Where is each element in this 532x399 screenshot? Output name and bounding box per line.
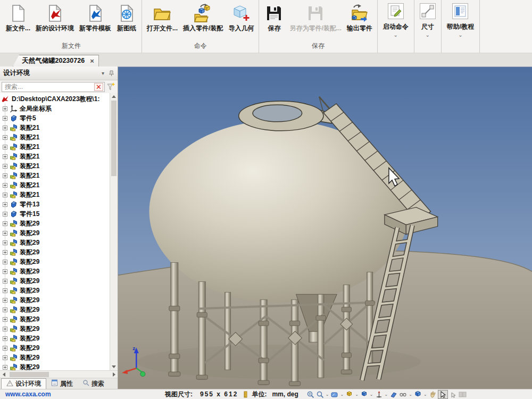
tree-item[interactable]: 装配21 <box>0 190 110 200</box>
panel-dropdown-icon[interactable]: ▾ <box>102 70 104 76</box>
select-arrow-icon[interactable] <box>438 390 448 399</box>
clip-plane-icon[interactable] <box>389 390 398 398</box>
move-orient-icon[interactable] <box>375 390 384 398</box>
tree-item[interactable]: 装配29 <box>0 257 110 267</box>
tree-item[interactable]: 装配21 <box>0 132 110 142</box>
perspective-icon[interactable] <box>398 390 408 398</box>
chevron-down-icon[interactable]: ⌄ <box>409 392 412 397</box>
tree-item[interactable]: 装配29 <box>0 305 110 314</box>
tree-item[interactable]: 装配21 <box>0 161 110 171</box>
caxa-website-link[interactable]: www.caxa.com <box>5 390 104 398</box>
chevron-down-icon[interactable]: ⌄ <box>426 32 430 38</box>
vertical-scroll-thumb[interactable] <box>111 101 117 176</box>
view-orientation-icon[interactable] <box>345 390 354 398</box>
expand-plus-icon[interactable] <box>3 327 7 331</box>
help-tutorial-dropdown-button[interactable]: 帮助/教程⌄ <box>442 0 480 53</box>
tree-item[interactable]: 装配29 <box>0 238 110 247</box>
clear-search-icon[interactable]: ✕ <box>94 83 103 91</box>
panel-tab-design-env[interactable]: 设计环境 <box>1 378 46 389</box>
expand-plus-icon[interactable] <box>3 269 7 274</box>
horizontal-scroll-thumb[interactable] <box>10 372 49 377</box>
render-style-icon[interactable] <box>360 390 369 398</box>
tree-item[interactable]: 装配29 <box>0 247 110 257</box>
tree-item[interactable]: 装配29 <box>0 276 110 286</box>
tree-item[interactable]: 装配29 <box>0 219 110 228</box>
expand-plus-icon[interactable] <box>3 212 7 217</box>
expand-plus-icon[interactable] <box>3 202 7 207</box>
expand-plus-icon[interactable] <box>3 346 7 351</box>
tree-item[interactable]: 装配29 <box>0 295 110 305</box>
scroll-down-icon[interactable] <box>110 363 118 370</box>
zoom-in-icon[interactable] <box>306 390 315 398</box>
expand-plus-icon[interactable] <box>3 183 7 188</box>
expand-plus-icon[interactable] <box>3 336 7 341</box>
expand-plus-icon[interactable] <box>3 365 7 370</box>
expand-plus-icon[interactable] <box>3 145 7 149</box>
expand-plus-icon[interactable] <box>3 307 7 312</box>
new-drawing-button[interactable]: 新图纸 <box>114 1 139 33</box>
tree-item[interactable]: 装配21 <box>0 152 110 161</box>
expand-plus-icon[interactable] <box>3 135 7 140</box>
close-tab-icon[interactable]: × <box>90 57 94 65</box>
panel-tab-search[interactable]: 搜索 <box>78 378 109 389</box>
dimension-dropdown-button[interactable]: 尺寸⌄ <box>414 0 442 53</box>
tree-horizontal-scrollbar[interactable] <box>0 371 118 378</box>
launch-command-dropdown-button[interactable]: 启动命令⌄ <box>378 0 414 53</box>
import-geometry-button[interactable]: 导入几何 <box>226 1 256 33</box>
scroll-right-icon[interactable] <box>110 372 118 377</box>
tree-item[interactable]: 装配29 <box>0 353 110 362</box>
chevron-down-icon[interactable]: ⌄ <box>385 392 388 397</box>
insert-part-button[interactable]: 插入零件/装配 <box>180 1 226 33</box>
tree-root-item[interactable]: D:\Desktop\CAXA2023教程\1: <box>0 94 110 104</box>
display-mode-icon[interactable] <box>330 390 339 398</box>
expand-plus-icon[interactable] <box>3 250 7 255</box>
tree-item[interactable]: 装配29 <box>0 324 110 334</box>
expand-plus-icon[interactable] <box>3 116 7 121</box>
tree-item[interactable]: 装配29 <box>0 314 110 324</box>
expand-plus-icon[interactable] <box>3 260 7 264</box>
tree-item[interactable]: 装配21 <box>0 171 110 180</box>
panel-tab-properties[interactable]: 属性 <box>46 378 78 389</box>
expand-plus-icon[interactable] <box>3 193 7 197</box>
chevron-down-icon[interactable]: ⌄ <box>340 392 344 397</box>
tree-item[interactable]: 装配29 <box>0 362 110 371</box>
expand-plus-icon[interactable] <box>3 231 7 236</box>
expand-plus-icon[interactable] <box>3 288 7 293</box>
scroll-left-icon[interactable] <box>0 372 7 377</box>
tree-item[interactable]: 装配29 <box>0 286 110 295</box>
tree-item[interactable]: 装配21 <box>0 123 110 132</box>
new-file-button[interactable]: 新文件... <box>3 1 33 33</box>
viewport-3d[interactable]: z <box>118 66 532 389</box>
tree-item[interactable]: 全局坐标系 <box>0 104 110 113</box>
filter-icon[interactable] <box>106 82 116 92</box>
expand-plus-icon[interactable] <box>3 240 7 245</box>
tree-item[interactable]: 装配29 <box>0 334 110 343</box>
tree-item[interactable]: 零件5 <box>0 113 110 123</box>
expand-plus-icon[interactable] <box>3 355 7 360</box>
tree-item[interactable]: 零件13 <box>0 200 110 209</box>
pan-icon[interactable] <box>428 390 437 398</box>
pin-icon[interactable] <box>109 70 114 77</box>
expand-plus-icon[interactable] <box>3 164 7 169</box>
zoom-window-icon[interactable] <box>315 390 325 398</box>
export-part-button[interactable]: 输出零件 <box>344 1 375 33</box>
tree-item[interactable]: 装配29 <box>0 228 110 238</box>
tree-item[interactable]: 零件15 <box>0 209 110 219</box>
chevron-down-icon[interactable]: ⌄ <box>423 392 427 397</box>
save-button[interactable]: 保存 <box>261 1 287 33</box>
expand-plus-icon[interactable] <box>3 221 7 226</box>
expand-plus-icon[interactable] <box>3 173 7 178</box>
pick-arrow-icon[interactable] <box>448 390 458 398</box>
chevron-down-icon[interactable]: ⌄ <box>394 32 398 38</box>
search-input[interactable]: 搜索... ✕ <box>2 82 105 92</box>
document-tab[interactable]: 天然气储罐20230726 × <box>13 55 99 66</box>
tree-item[interactable]: 装配29 <box>0 267 110 276</box>
new-part-template-button[interactable]: 新零件模板 <box>77 1 114 33</box>
open-file-button[interactable]: 打开文件... <box>144 1 180 33</box>
tree-item[interactable]: 装配21 <box>0 142 110 152</box>
chevron-down-icon[interactable]: ⌄ <box>458 32 462 38</box>
chevron-down-icon[interactable]: ⌄ <box>355 392 359 397</box>
expand-plus-icon[interactable] <box>3 126 7 130</box>
scroll-up-icon[interactable] <box>110 93 118 100</box>
expand-plus-icon[interactable] <box>3 154 7 159</box>
